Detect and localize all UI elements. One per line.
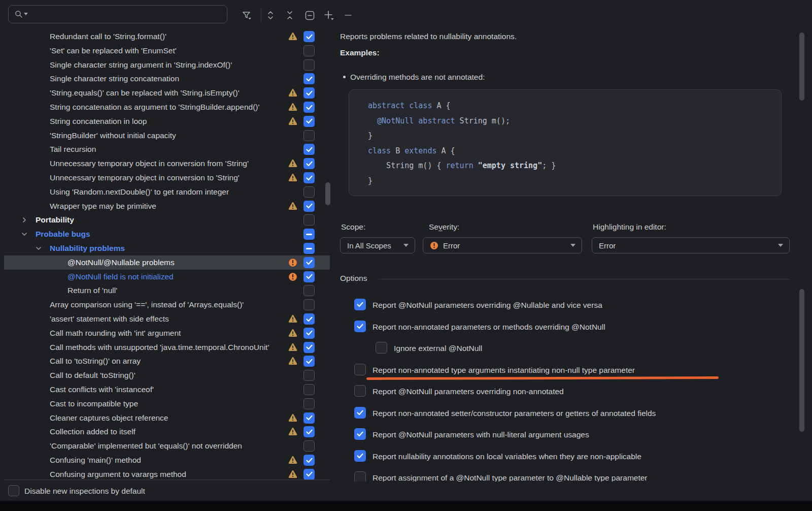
tree-row[interactable]: Unnecessary temporary object in conversi… — [4, 171, 330, 185]
tree-row[interactable]: 'Set' can be replaced with 'EnumSet' — [4, 44, 330, 58]
tree-row-checkbox[interactable] — [303, 31, 315, 42]
option-checkbox[interactable] — [354, 471, 366, 482]
tree-row[interactable]: String concatenation as argument to 'Str… — [4, 100, 330, 114]
tree-row[interactable]: Nullability problems — [4, 241, 330, 256]
option-row[interactable]: Report @NotNull parameters with null-lit… — [335, 428, 807, 440]
tree-row[interactable]: Collection added to itself — [4, 425, 330, 439]
tree-row[interactable]: Confusing argument to varargs method — [4, 467, 330, 480]
tree-row-checkbox[interactable] — [303, 243, 315, 254]
tree-row[interactable]: 'String.equals()' can be replaced with '… — [4, 86, 330, 100]
search-options-caret-icon[interactable] — [24, 13, 28, 16]
tree-row[interactable]: 'StringBuilder' without initial capacity — [4, 129, 330, 143]
tree-row-checkbox[interactable] — [303, 412, 315, 424]
collapse-all-icon[interactable] — [282, 8, 297, 22]
tree-row-checkbox[interactable] — [303, 342, 315, 353]
add-inspection-icon[interactable] — [321, 8, 336, 22]
tree-row-checkbox[interactable] — [303, 214, 315, 226]
tree-row-checkbox[interactable] — [303, 455, 315, 466]
tree-row[interactable]: Wrapper type may be primitive — [4, 199, 330, 213]
tree-row-checkbox[interactable] — [303, 102, 315, 113]
tree-row[interactable]: Call math rounding with 'int' argument — [4, 326, 330, 340]
tree-row[interactable]: @NotNull field is not initialized — [4, 270, 330, 284]
tree-row[interactable]: String concatenation in loop — [4, 114, 330, 129]
tree-row-checkbox[interactable] — [303, 313, 315, 325]
chevron-right-icon[interactable] — [21, 217, 27, 223]
tree-row-checkbox[interactable] — [303, 59, 315, 71]
tree-row-checkbox[interactable] — [303, 257, 315, 268]
tree-row-checkbox[interactable] — [303, 186, 315, 198]
tree-row[interactable]: Redundant call to 'String.format()' — [4, 29, 330, 44]
tree-row-checkbox[interactable] — [303, 426, 315, 437]
tree-row-checkbox[interactable] — [303, 158, 315, 169]
option-row[interactable]: Report assignment of a @NotNull type par… — [335, 471, 807, 482]
option-checkbox[interactable] — [354, 299, 366, 310]
tree-row[interactable]: Tail recursion — [4, 142, 330, 156]
scope-select[interactable]: In All Scopes — [340, 237, 415, 253]
tree-row[interactable]: Call to default 'toString()' — [4, 368, 330, 382]
search-input[interactable] — [32, 10, 227, 19]
option-checkbox[interactable] — [354, 364, 366, 375]
option-row[interactable]: Report nullability annotations on local … — [335, 450, 807, 462]
tree-row-checkbox[interactable] — [303, 144, 315, 155]
search-field[interactable] — [8, 5, 227, 23]
tree-row-checkbox[interactable] — [303, 201, 315, 212]
option-checkbox[interactable] — [354, 385, 366, 397]
tree-row[interactable]: Unnecessary temporary object in conversi… — [4, 156, 330, 171]
option-row[interactable]: Report non-annotated parameters or metho… — [335, 321, 807, 333]
disable-new-inspections-checkbox[interactable] — [8, 485, 19, 496]
tree-row-checkbox[interactable] — [303, 440, 315, 452]
tree-row[interactable]: Call to 'toString()' on array — [4, 354, 330, 368]
highlighting-select[interactable]: Error — [592, 237, 790, 253]
tree-row-checkbox[interactable] — [303, 87, 315, 99]
reset-checkbox-icon[interactable] — [302, 8, 317, 22]
tree-row-checkbox[interactable] — [303, 285, 315, 296]
option-checkbox[interactable] — [354, 428, 366, 440]
tree-row-checkbox[interactable] — [303, 356, 315, 367]
chevron-down-icon[interactable] — [21, 231, 27, 237]
tree-row-checkbox[interactable] — [303, 370, 315, 381]
tree-row[interactable]: Probable bugs — [4, 227, 330, 241]
tree-row[interactable]: Array comparison using '==', instead of … — [4, 298, 330, 312]
tree-row-checkbox[interactable] — [303, 328, 315, 339]
tree-row-checkbox[interactable] — [303, 172, 315, 183]
tree-row[interactable]: Cast conflicts with 'instanceof' — [4, 382, 330, 397]
tree-row-checkbox[interactable] — [303, 384, 315, 395]
expand-all-icon[interactable] — [263, 8, 278, 22]
filter-icon[interactable] — [239, 8, 254, 22]
tree-row-checkbox[interactable] — [303, 469, 315, 480]
tree-row[interactable]: 'Comparable' implemented but 'equals()' … — [4, 439, 330, 453]
tree-row-checkbox[interactable] — [303, 73, 315, 84]
tree-row-checkbox[interactable] — [303, 130, 315, 141]
tree-row-checkbox[interactable] — [303, 229, 315, 240]
tree-row[interactable]: Single character string concatenation — [4, 72, 330, 86]
tree-row[interactable]: Using 'Random.nextDouble()' to get rando… — [4, 185, 330, 199]
tree-row[interactable]: Single character string argument in 'Str… — [4, 58, 330, 72]
option-row[interactable]: Report @NotNull parameters overriding no… — [335, 385, 807, 397]
tree-row[interactable]: Portability — [4, 213, 330, 227]
chevron-down-icon[interactable] — [36, 245, 42, 251]
tree-scrollbar-thumb[interactable] — [325, 182, 330, 205]
severity-select[interactable]: Error — [423, 237, 582, 253]
tree-row[interactable]: Return of 'null' — [4, 283, 330, 298]
options-scrollbar-thumb[interactable] — [799, 289, 804, 432]
option-row[interactable]: Report non-annotated setter/constructor … — [335, 407, 807, 419]
option-checkbox[interactable] — [354, 450, 366, 462]
option-row[interactable]: Report non-annotated type arguments inst… — [335, 364, 807, 376]
option-checkbox[interactable] — [354, 407, 366, 419]
tree-row[interactable]: Cast to incompatible type — [4, 397, 330, 411]
option-row[interactable]: Ignore external @NotNull — [335, 342, 807, 354]
remove-inspection-icon[interactable] — [341, 8, 356, 22]
option-row[interactable]: Report @NotNull parameters overriding @N… — [335, 299, 807, 311]
option-checkbox[interactable] — [354, 321, 366, 332]
tree-row-checkbox[interactable] — [303, 116, 315, 127]
tree-row[interactable]: @NotNull/@Nullable problems — [4, 256, 330, 270]
tree-row[interactable]: Call methods with unsupported 'java.time… — [4, 340, 330, 355]
option-checkbox[interactable] — [376, 342, 387, 354]
tree-row-checkbox[interactable] — [303, 299, 315, 310]
tree-row[interactable]: Cleaner captures object reference — [4, 411, 330, 425]
tree-row[interactable]: Confusing 'main()' method — [4, 453, 330, 467]
tree-row[interactable]: 'assert' statement with side effects — [4, 312, 330, 326]
tree-row-checkbox[interactable] — [303, 45, 315, 56]
tree-row-checkbox[interactable] — [303, 398, 315, 409]
tree-row-checkbox[interactable] — [303, 271, 315, 282]
